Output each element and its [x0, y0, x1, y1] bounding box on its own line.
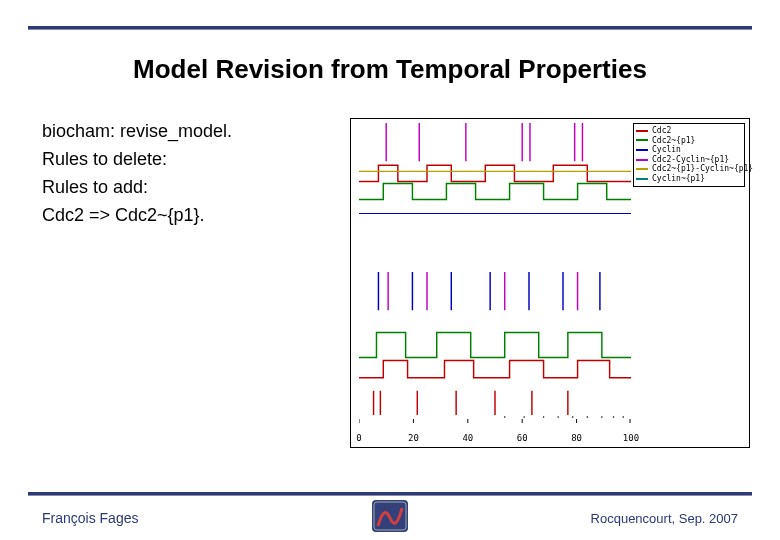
xtick: 100 — [623, 433, 639, 443]
svg-point-33 — [622, 416, 624, 418]
footer-author: François Fages — [42, 510, 138, 526]
legend-label: Cdc2~{p1}-Cyclin~{p1} — [652, 164, 753, 174]
body-line: Cdc2 => Cdc2~{p1}. — [42, 202, 342, 228]
slide-title: Model Revision from Temporal Properties — [0, 54, 780, 85]
legend-item: Cdc2-Cyclin~{p1} — [636, 155, 742, 165]
svg-point-32 — [613, 416, 615, 418]
plot-panel: Cdc2 Cdc2~{p1} Cyclin Cdc2-Cyclin~{p1} C… — [350, 118, 750, 448]
svg-point-29 — [572, 416, 574, 418]
svg-point-26 — [523, 416, 525, 418]
trace-blue-spikes — [378, 272, 599, 310]
body-text: biocham: revise_model. Rules to delete: … — [42, 118, 342, 230]
legend-item: Cyclin — [636, 145, 742, 155]
trace-green-top — [359, 183, 631, 199]
svg-point-25 — [504, 416, 506, 418]
footer-venue: Rocquencourt, Sep. 2007 — [591, 511, 738, 526]
xtick: 40 — [462, 433, 473, 443]
x-axis: 0 20 40 60 80 100 — [359, 427, 631, 443]
legend-label: Cyclin — [652, 145, 681, 155]
legend-item: Cyclin~{p1} — [636, 174, 742, 184]
trace-red-top — [359, 165, 631, 181]
xtick: 0 — [356, 433, 361, 443]
legend-swatch — [636, 149, 648, 151]
plot-legend: Cdc2 Cdc2~{p1} Cyclin Cdc2-Cyclin~{p1} C… — [633, 123, 745, 187]
plot-area — [359, 121, 631, 423]
xtick-marks — [359, 419, 630, 423]
top-rule — [28, 26, 752, 30]
legend-label: Cdc2 — [652, 126, 671, 136]
baseline-dots — [504, 416, 624, 418]
legend-label: Cdc2-Cyclin~{p1} — [652, 155, 729, 165]
slide: Model Revision from Temporal Properties … — [0, 0, 780, 540]
body-line: Rules to add: — [42, 174, 342, 200]
legend-swatch — [636, 168, 648, 170]
xtick: 80 — [571, 433, 582, 443]
xtick: 20 — [408, 433, 419, 443]
legend-item: Cdc2 — [636, 126, 742, 136]
svg-point-27 — [543, 416, 545, 418]
body-line: biocham: revise_model. — [42, 118, 342, 144]
svg-point-30 — [587, 416, 589, 418]
legend-item: Cdc2~{p1}-Cyclin~{p1} — [636, 164, 742, 174]
plot-svg — [359, 121, 631, 423]
trace-green-low — [359, 332, 631, 357]
logo-icon — [370, 498, 410, 534]
legend-item: Cdc2~{p1} — [636, 136, 742, 146]
body-line: Rules to delete: — [42, 146, 342, 172]
trace-red-bottom-spikes — [374, 391, 568, 415]
svg-point-28 — [557, 416, 559, 418]
svg-point-31 — [601, 416, 603, 418]
legend-label: Cdc2~{p1} — [652, 136, 695, 146]
legend-swatch — [636, 159, 648, 161]
legend-swatch — [636, 178, 648, 180]
bottom-rule — [28, 492, 752, 496]
trace-magenta-spikes — [388, 272, 577, 310]
legend-swatch — [636, 130, 648, 132]
xtick: 60 — [517, 433, 528, 443]
trace-red-low — [359, 361, 631, 378]
legend-label: Cyclin~{p1} — [652, 174, 705, 184]
legend-swatch — [636, 139, 648, 141]
trace-magenta-top — [386, 123, 582, 161]
